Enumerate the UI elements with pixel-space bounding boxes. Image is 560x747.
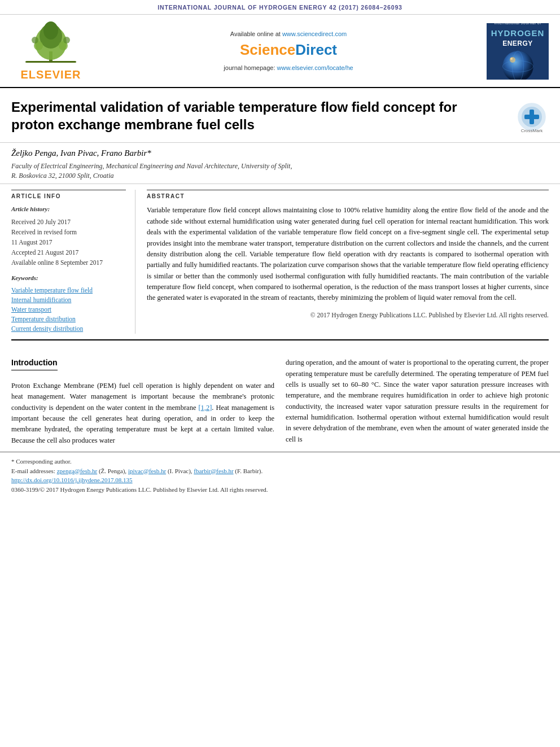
received-2-date: 11 August 2017: [11, 238, 126, 247]
energy-text: ENERGY: [502, 39, 533, 49]
article-info-header: ARTICLE INFO: [11, 190, 126, 200]
elsevier-logo: ELSEVIER: [11, 20, 90, 82]
keywords-label: Keywords:: [11, 274, 126, 282]
footnote-doi: http://dx.doi.org/10.1016/j.ijhydene.201…: [11, 475, 549, 485]
sciencedirect-url[interactable]: www.sciencedirect.com: [282, 30, 347, 37]
received-1: Received 20 July 2017: [11, 217, 126, 226]
footnote-corresponding: * Corresponding author.: [11, 457, 549, 466]
globe-icon: [502, 51, 533, 80]
svg-point-9: [502, 51, 533, 79]
footnote-issn: 0360-3199/© 2017 Hydrogen Energy Publica…: [11, 485, 549, 495]
authors-text: Željko Penga, Ivan Pivac, Frano Barbir*: [11, 148, 151, 158]
introduction-title: Introduction: [11, 357, 58, 370]
journal-homepage-url[interactable]: www.elsevier.com/locate/he: [277, 64, 353, 71]
intl-journal-text: International Journal of: [494, 23, 541, 27]
svg-point-7: [63, 37, 70, 43]
svg-point-6: [32, 37, 38, 43]
sciencedirect-logo: ScienceDirect: [90, 40, 487, 60]
intro-right-column: during operation, and the amount of wate…: [286, 357, 549, 446]
hydrogen-text: HYDROGEN: [491, 27, 545, 39]
keyword-0[interactable]: Variable temperature flow field: [11, 286, 126, 295]
email-fbarbir[interactable]: fbarbir@fesb.hr: [194, 468, 233, 474]
keyword-2[interactable]: Water transport: [11, 305, 126, 314]
abstract-copyright: © 2017 Hydrogen Energy Publications LLC.…: [147, 308, 549, 320]
authors-section: Željko Penga, Ivan Pivac, Frano Barbir* …: [0, 143, 560, 185]
available-online-date: Available online 8 September 2017: [11, 258, 126, 267]
article-info-column: ARTICLE INFO Article history: Received 2…: [11, 190, 135, 334]
svg-rect-17: [524, 115, 539, 119]
abstract-text: Variable temperature flow field concept …: [147, 205, 549, 303]
doi-link[interactable]: http://dx.doi.org/10.1016/j.ijhydene.201…: [11, 477, 133, 483]
abstract-column: ABSTRACT Variable temperature flow field…: [147, 190, 549, 334]
elsevier-tree-icon: [17, 20, 85, 65]
keyword-3[interactable]: Temperature distribution: [11, 314, 126, 324]
header-section: ELSEVIER Available online at www.science…: [0, 15, 560, 88]
abstract-header: ABSTRACT: [147, 190, 549, 200]
svg-text:CrossMark: CrossMark: [521, 128, 544, 133]
footnote-emails: E-mail addresses: zpenga@fesb.hr (Ž. Pen…: [11, 466, 549, 476]
hydrogen-energy-logo: International Journal of HYDROGEN ENERGY: [487, 23, 549, 80]
history-label: Article history:: [11, 205, 126, 213]
affiliation-line1: Faculty of Electrical Engineering, Mecha…: [11, 161, 549, 171]
header-center: Available online at www.sciencedirect.co…: [90, 30, 487, 72]
accepted-date: Accepted 21 August 2017: [11, 248, 126, 257]
svg-rect-8: [25, 61, 76, 63]
email-zpenga[interactable]: zpenga@fesb.hr: [57, 468, 98, 474]
available-online-text: Available online at www.sciencedirect.co…: [90, 30, 487, 38]
intro-left-text: Proton Exchange Membrane (PEM) fuel cell…: [11, 381, 274, 446]
svg-point-12: [510, 57, 515, 63]
journal-header-bar: INTERNATIONAL JOURNAL OF HYDROGEN ENERGY…: [0, 0, 560, 15]
section-title-intro: Introduction: [11, 357, 274, 375]
crossmark-logo: CrossMark: [515, 103, 549, 137]
introduction-section: Introduction Proton Exchange Membrane (P…: [0, 357, 560, 446]
footnote-section: * Corresponding author. E-mail addresses…: [0, 452, 560, 496]
intro-right-text: during operation, and the amount of wate…: [286, 357, 549, 445]
intro-left-column: Introduction Proton Exchange Membrane (P…: [11, 357, 274, 446]
svg-point-13: [510, 58, 513, 60]
authors-line: Željko Penga, Ivan Pivac, Frano Barbir*: [11, 147, 549, 159]
article-title: Experimental validation of variable temp…: [11, 98, 515, 133]
affiliation-line2: R. Boskovica 32, 21000 Split, Croatia: [11, 171, 549, 181]
elsevier-brand-text: ELSEVIER: [21, 67, 81, 82]
info-abstract-section: ARTICLE INFO Article history: Received 2…: [0, 184, 560, 339]
svg-point-3: [43, 21, 58, 40]
email-ipivac[interactable]: ipivac@fesb.hr: [128, 468, 166, 474]
keyword-1[interactable]: Internal humidification: [11, 295, 126, 304]
journal-homepage-line: journal homepage: www.elsevier.com/locat…: [90, 64, 487, 72]
journal-header-text: INTERNATIONAL JOURNAL OF HYDROGEN ENERGY…: [158, 4, 403, 11]
article-title-section: Experimental validation of variable temp…: [0, 88, 560, 143]
keyword-4[interactable]: Current density distribution: [11, 324, 126, 333]
received-2-label: Received in revised form: [11, 228, 126, 237]
reference-link-1-2[interactable]: [1,2]: [198, 404, 212, 412]
